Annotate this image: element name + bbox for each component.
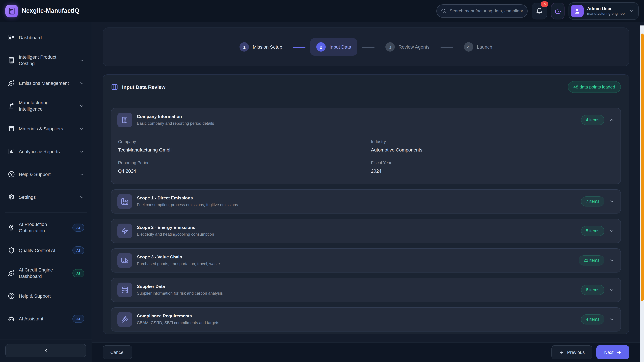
sidebar-item-ai-assistant[interactable]: AI Assistant AI xyxy=(4,308,88,329)
avatar-user-icon xyxy=(571,4,584,17)
cancel-button[interactable]: Cancel xyxy=(103,345,132,359)
field-label: Fiscal Year xyxy=(371,161,614,165)
help-icon xyxy=(8,171,15,178)
data-field: Reporting Period Q4 2024 xyxy=(118,161,361,174)
section-title: Scope 3 - Value Chain xyxy=(137,254,220,260)
materials-box-icon xyxy=(8,125,15,132)
step-label: Input Data xyxy=(330,44,351,50)
bot-icon xyxy=(554,7,561,14)
scrollbar-thumb[interactable] xyxy=(641,33,644,301)
step-label: Review Agents xyxy=(398,44,430,50)
sidebar-item-settings[interactable]: Settings xyxy=(4,187,88,207)
chevron-down-icon xyxy=(609,287,614,293)
field-value: Q4 2024 xyxy=(118,168,361,174)
sidebar-item-materials-suppliers[interactable]: Materials & Suppliers xyxy=(4,118,88,139)
next-button[interactable]: Next xyxy=(596,345,629,359)
sidebar-item-label: Manufacturing Intelligence xyxy=(19,99,69,112)
section-subtitle: CBAM, CSRD, SBTi commitments and targets xyxy=(137,320,219,326)
scrollbar-track[interactable] xyxy=(640,25,644,362)
chevron-down-icon xyxy=(79,172,84,177)
sidebar-item-intelligent-product-costing[interactable]: Intelligent Product Costing xyxy=(4,50,88,71)
sidebar-item-label: Dashboard xyxy=(19,34,69,41)
sidebar-item-analytics-reports[interactable]: Analytics & Reports xyxy=(4,141,88,162)
step-connector xyxy=(362,46,375,47)
field-value: TechManufacturing GmbH xyxy=(118,147,361,152)
sidebar-collapse-button[interactable] xyxy=(5,344,86,357)
header-ai-bot-button[interactable] xyxy=(551,2,565,19)
columns-icon xyxy=(111,83,118,90)
field-value: 2024 xyxy=(371,168,614,174)
truck-icon xyxy=(118,253,132,268)
sidebar-footer xyxy=(0,340,92,362)
section-header[interactable]: Scope 1 - Direct Emissions Fuel consumpt… xyxy=(111,190,620,213)
section-header[interactable]: Scope 2 - Energy Emissions Electricity a… xyxy=(111,219,620,243)
chevron-down-icon xyxy=(609,199,614,204)
sidebar-item-ai-credit-engine-dashboard[interactable]: AI Credit Engine Dashboard AI xyxy=(4,263,88,284)
sidebar-item-label: Analytics & Reports xyxy=(19,148,69,155)
data-field: Fiscal Year 2024 xyxy=(371,161,614,174)
section-title: Company Information xyxy=(137,114,214,120)
sidebar-item-label: Intelligent Product Costing xyxy=(19,54,69,67)
wizard-footer: Cancel Previous Next xyxy=(92,342,640,362)
user-meta: Admin User manufacturing engineer xyxy=(587,6,626,16)
leaf-icon xyxy=(8,80,15,86)
bot-icon xyxy=(8,316,15,322)
calculator-icon xyxy=(8,57,15,64)
zap-icon xyxy=(118,224,132,238)
main-content: 1 Mission Setup 2 Input Data 3 Review Ag… xyxy=(92,22,640,362)
user-name: Admin User xyxy=(587,6,626,11)
step-label: Launch xyxy=(477,44,492,50)
section-title: Supplier Data xyxy=(137,284,223,290)
ai-head-icon xyxy=(8,224,15,231)
section-header[interactable]: Supplier Data Supplier information for r… xyxy=(111,278,620,302)
sidebar-nav: Dashboard Intelligent Product Costing Em… xyxy=(0,22,92,329)
sidebar-item-dashboard[interactable]: Dashboard xyxy=(4,27,88,48)
section-scope-2-energy-emissions: Scope 2 - Energy Emissions Electricity a… xyxy=(111,219,621,243)
search-input[interactable] xyxy=(436,4,528,17)
items-count-badge: 4 items xyxy=(581,115,604,125)
step-number: 3 xyxy=(386,42,395,52)
factory-icon xyxy=(118,194,132,209)
chevron-down-icon xyxy=(79,103,84,108)
section-header[interactable]: Compliance Requirements CBAM, CSRD, SBTi… xyxy=(111,308,620,331)
sidebar-item-ai-production-optimization[interactable]: AI Production Optimization AI xyxy=(4,217,88,238)
sidebar-item-help-support[interactable]: Help & Support xyxy=(4,286,88,306)
arrow-left-icon xyxy=(559,350,564,355)
sections-list: Company Information Basic company and re… xyxy=(103,99,629,334)
chevron-down-icon xyxy=(609,317,614,322)
data-field: Company TechManufacturing GmbH xyxy=(118,139,361,152)
step-input-data[interactable]: 2 Input Data xyxy=(310,38,357,56)
step-review-agents[interactable]: 3 Review Agents xyxy=(379,38,436,56)
section-body: Company TechManufacturing GmbH Industry … xyxy=(111,132,620,184)
data-points-badge: 48 data points loaded xyxy=(568,81,621,93)
header-actions: 6 Admin User manufacturing engineer xyxy=(436,2,639,19)
section-header[interactable]: Company Information Basic company and re… xyxy=(111,108,620,132)
ai-badge: AI xyxy=(72,315,84,323)
sidebar-divider xyxy=(5,212,87,213)
sidebar-item-label: Help & Support xyxy=(19,293,69,299)
stepper-row: 1 Mission Setup 2 Input Data 3 Review Ag… xyxy=(234,38,498,56)
step-connector xyxy=(440,46,453,47)
shield-icon xyxy=(8,247,15,254)
chevron-down-icon xyxy=(609,228,614,234)
user-menu[interactable]: Admin User manufacturing engineer xyxy=(569,2,639,19)
previous-button[interactable]: Previous xyxy=(551,345,592,359)
input-data-review-panel: Input Data Review 48 data points loaded … xyxy=(103,74,629,334)
sidebar-item-manufacturing-intelligence[interactable]: Manufacturing Intelligence xyxy=(4,95,88,116)
section-header[interactable]: Scope 3 - Value Chain Purchased goods, t… xyxy=(111,249,620,272)
step-mission-setup[interactable]: 1 Mission Setup xyxy=(234,38,288,56)
analytics-icon xyxy=(8,148,15,155)
step-number: 2 xyxy=(316,42,326,52)
section-subtitle: Electricity and heating/cooling consumpt… xyxy=(137,232,214,237)
items-count-badge: 22 items xyxy=(578,255,604,266)
chevron-down-icon xyxy=(629,8,634,13)
search-icon xyxy=(441,8,446,13)
notifications-button[interactable]: 6 xyxy=(532,2,547,19)
building-icon xyxy=(118,113,132,127)
sidebar-item-quality-control-ai[interactable]: Quality Control AI AI xyxy=(4,240,88,261)
step-launch[interactable]: 4 Launch xyxy=(458,38,498,56)
user-role: manufacturing engineer xyxy=(587,11,626,16)
field-label: Industry xyxy=(371,139,614,144)
sidebar-item-help-support[interactable]: Help & Support xyxy=(4,164,88,185)
sidebar-item-emissions-management[interactable]: Emissions Management xyxy=(4,73,88,93)
